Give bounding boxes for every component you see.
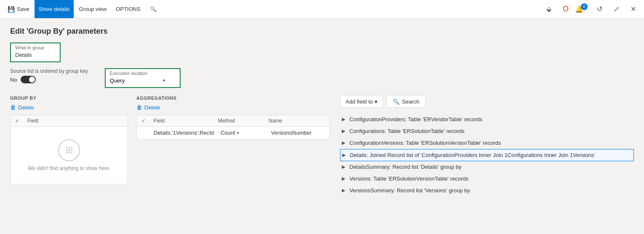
source-list-label: Source list is ordered by group key bbox=[10, 68, 88, 74]
show-details-button[interactable]: Show details bbox=[35, 0, 74, 18]
agg-row-method: Count ▾ bbox=[217, 127, 268, 139]
expand-button[interactable]: ⤢ bbox=[609, 2, 624, 17]
table-row: Details.'1Versions'.RecId Count ▾ Versio… bbox=[137, 127, 330, 139]
toolbar: 💾 Save Show details Group view OPTIONS 🔍… bbox=[0, 0, 644, 19]
list-item[interactable]: ▶ ConfigurationVersions: Table 'ERSoluti… bbox=[340, 137, 634, 149]
chevron-right-icon: ▶ bbox=[342, 152, 347, 158]
what-to-group-label: What to group bbox=[15, 45, 56, 50]
chevron-right-icon: ▶ bbox=[342, 176, 347, 181]
aggregations-delete-icon: 🗑 bbox=[136, 104, 142, 111]
page-title: Edit 'Group By' parameters bbox=[10, 27, 634, 36]
group-by-check-col: ✓ bbox=[11, 115, 24, 126]
agg-name-col: Name bbox=[265, 115, 330, 126]
method-dropdown-arrow-icon: ▾ bbox=[237, 130, 239, 135]
agg-row-field: Details.'1Versions'.RecId bbox=[150, 127, 217, 139]
options-button[interactable]: OPTIONS bbox=[112, 0, 145, 18]
source-list-toggle[interactable] bbox=[21, 76, 36, 83]
source-list-section: Source list is ordered by group key No bbox=[10, 68, 88, 83]
agg-row-check bbox=[137, 130, 150, 136]
toggle-row: No bbox=[10, 76, 88, 83]
agg-field-col: Field bbox=[150, 115, 215, 126]
method-select[interactable]: Count ▾ bbox=[221, 130, 264, 136]
main-content: Edit 'Group By' parameters What to group… bbox=[0, 19, 644, 234]
list-item[interactable]: ▶ Details: Joined Record list of 'Config… bbox=[340, 149, 634, 161]
what-to-group-box: What to group Details bbox=[10, 43, 61, 62]
agg-method-col: Method bbox=[215, 115, 265, 126]
group-by-table-header: ✓ Field bbox=[11, 115, 128, 127]
save-icon: 💾 bbox=[8, 6, 15, 13]
agg-row-name: VersionsNumber bbox=[268, 127, 330, 139]
aggregations-delete-button[interactable]: 🗑 Delete bbox=[136, 104, 160, 111]
aggregations-table: ✓ Field Method Name Details.'1Versions'.… bbox=[136, 115, 330, 139]
list-item[interactable]: ▶ VersionsSummary: Record list 'Versions… bbox=[340, 185, 634, 197]
field-search-button[interactable]: 🔍 Search bbox=[386, 96, 426, 108]
toggle-knob bbox=[29, 77, 35, 82]
chevron-right-icon: ▶ bbox=[342, 188, 347, 193]
field-items-list: ▶ ConfigurationProviders: Table 'ERVendo… bbox=[340, 114, 634, 197]
office-button[interactable]: O bbox=[558, 2, 573, 17]
columns-area: GROUP BY 🗑 Delete ✓ Field ⊞ We didn't fi… bbox=[10, 96, 634, 197]
group-by-header: GROUP BY bbox=[10, 96, 128, 101]
group-by-empty-state: ⊞ We didn't find anything to show here. bbox=[11, 127, 128, 184]
list-item[interactable]: ▶ ConfigurationProviders: Table 'ERVendo… bbox=[340, 114, 634, 125]
refresh-button[interactable]: ↺ bbox=[592, 2, 607, 17]
list-item[interactable]: ▶ DetailsSummary: Record list 'Details' … bbox=[340, 161, 634, 173]
close-button[interactable]: ✕ bbox=[625, 2, 641, 17]
what-to-group-value: Details bbox=[15, 52, 56, 58]
group-view-button[interactable]: Group view bbox=[75, 0, 111, 18]
execution-location-label: Execution location bbox=[110, 71, 176, 76]
toggle-no-label: No bbox=[10, 77, 17, 83]
list-item[interactable]: ▶ Configurations: Table 'ERSolutionTable… bbox=[340, 125, 634, 137]
toolbar-search-button[interactable]: 🔍 bbox=[146, 0, 161, 18]
field-list-panel: Add field to ▾ 🔍 Search ▶ ConfigurationP… bbox=[340, 96, 634, 197]
execution-location-box: Execution location Query In memory Auto … bbox=[105, 68, 181, 88]
delete-icon: 🗑 bbox=[10, 104, 16, 111]
aggregations-table-header: ✓ Field Method Name bbox=[137, 115, 330, 127]
group-by-field-col: Field bbox=[24, 115, 128, 126]
notifications-button[interactable]: 🔔 0 bbox=[575, 2, 590, 17]
options-row: Source list is ordered by group key No E… bbox=[10, 68, 634, 88]
add-field-chevron-icon: ▾ bbox=[375, 98, 378, 105]
field-search-icon: 🔍 bbox=[393, 98, 399, 105]
list-item[interactable]: ▶ Versions: Table 'ERSolutionVersionTabl… bbox=[340, 173, 634, 185]
add-field-to-button[interactable]: Add field to ▾ bbox=[340, 96, 383, 108]
aggregations-panel: AGGREGATIONS 🗑 Delete ✓ Field Method Nam… bbox=[136, 96, 330, 197]
empty-icon: ⊞ bbox=[58, 139, 80, 161]
search-icon: 🔍 bbox=[150, 6, 157, 12]
agg-check-col: ✓ bbox=[137, 115, 150, 126]
execution-location-select-wrapper: Query In memory Auto ▾ bbox=[110, 77, 176, 84]
group-by-table: ✓ Field ⊞ We didn't find anything to sho… bbox=[10, 115, 128, 184]
chevron-right-icon: ▶ bbox=[342, 117, 347, 122]
chevron-right-icon: ▶ bbox=[342, 128, 347, 134]
dropdown-arrow-icon: ▾ bbox=[163, 78, 165, 83]
aggregations-header: AGGREGATIONS bbox=[136, 96, 330, 101]
group-by-panel: GROUP BY 🗑 Delete ✓ Field ⊞ We didn't fi… bbox=[10, 96, 128, 197]
chevron-right-icon: ▶ bbox=[342, 164, 347, 170]
toolbar-right: ⬙ O 🔔 0 ↺ ⤢ ✕ bbox=[541, 2, 641, 17]
execution-location-select[interactable]: Query In memory Auto bbox=[110, 77, 160, 84]
chevron-right-icon: ▶ bbox=[342, 140, 347, 146]
group-by-delete-button[interactable]: 🗑 Delete bbox=[10, 104, 34, 111]
field-list-header: Add field to ▾ 🔍 Search bbox=[340, 96, 634, 108]
customize-icon-button[interactable]: ⬙ bbox=[541, 2, 556, 17]
notification-badge: 0 bbox=[581, 3, 588, 10]
save-button[interactable]: 💾 Save bbox=[3, 0, 34, 18]
